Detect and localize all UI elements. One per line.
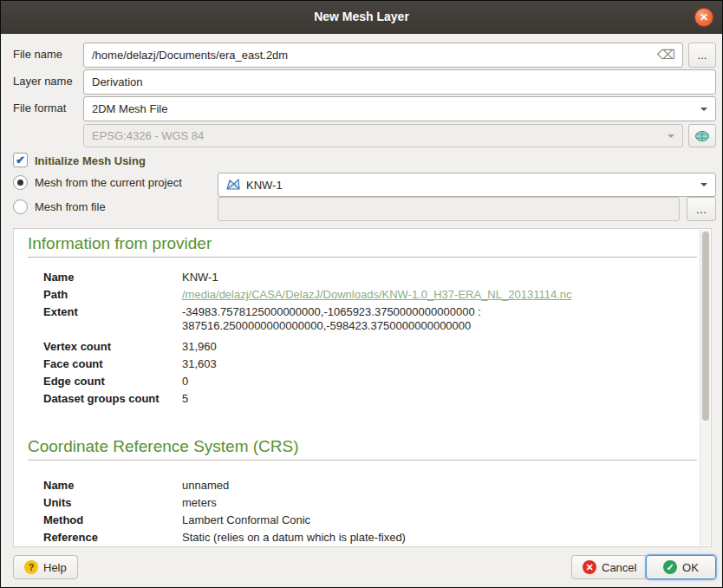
info-row-value: 31,603: [182, 357, 217, 370]
info-row-label: Face count: [43, 357, 103, 370]
help-button-label: Help: [43, 561, 67, 574]
file-name-browse-button[interactable]: ...: [688, 42, 716, 68]
mesh-from-file-label[interactable]: Mesh from file: [35, 200, 106, 213]
help-icon: ?: [24, 560, 38, 574]
info-row-value: 387516.2500000000000000,-598423.37500000…: [182, 319, 471, 332]
info-row-label: Units: [43, 496, 72, 509]
mesh-from-project-radio[interactable]: [13, 175, 28, 190]
info-row-label: Dataset groups count: [43, 392, 160, 405]
file-format-combobox[interactable]: 2DM Mesh File: [83, 96, 716, 121]
mesh-layer-combobox[interactable]: KNW-1: [218, 173, 716, 197]
cancel-icon: ✕: [583, 560, 596, 574]
info-row-value: Lambert Conformal Conic: [182, 513, 310, 526]
info-row-value: KNW-1: [182, 271, 218, 284]
layer-name-input[interactable]: Derivation: [83, 69, 716, 95]
mesh-layer-value: KNW-1: [246, 179, 283, 192]
cancel-button-label: Cancel: [602, 561, 636, 574]
info-row-value: 5: [182, 392, 188, 405]
initialize-mesh-checkbox[interactable]: ✔: [13, 153, 28, 167]
info-row-label: Extent: [43, 305, 78, 318]
mesh-file-input: [218, 197, 680, 221]
ok-button-label: OK: [682, 561, 699, 574]
provider-path-link[interactable]: /media/delazj/CASA/DelazJ/Downloads/KNW-…: [182, 288, 571, 301]
projection-globe-icon: [694, 130, 710, 142]
info-row-label: Name: [43, 479, 74, 492]
info-row-label: Method: [43, 513, 83, 526]
crs-combobox: EPSG:4326 - WGS 84: [83, 124, 683, 147]
info-row-value: 31,960: [182, 340, 217, 353]
ok-button[interactable]: ✓ OK: [646, 555, 716, 579]
file-name-input[interactable]: /home/delazj/Documents/era_east.2dm ⌫: [83, 42, 683, 68]
divider: [28, 460, 697, 461]
mesh-from-file-radio[interactable]: [13, 199, 28, 214]
new-mesh-layer-dialog: New Mesh Layer ✕ File name /home/delazj/…: [0, 0, 723, 588]
chevron-down-icon: [700, 108, 707, 114]
mesh-from-project-label[interactable]: Mesh from the current project: [35, 176, 182, 189]
clear-text-icon[interactable]: ⌫: [657, 47, 675, 62]
info-row-value: Static (relies on a datum which is plate…: [182, 531, 406, 544]
info-row-label: Path: [43, 288, 68, 301]
checkmark-icon: ✔: [16, 154, 25, 167]
file-format-value: 2DM Mesh File: [92, 102, 167, 115]
info-row-label: Reference: [43, 531, 98, 544]
chevron-down-icon: [700, 183, 707, 190]
layer-name-label: Layer name: [13, 75, 73, 88]
layer-name-value: Derivation: [92, 75, 143, 88]
scrollbar-thumb[interactable]: [702, 232, 709, 421]
file-name-value: /home/delazj/Documents/era_east.2dm: [92, 49, 288, 62]
titlebar[interactable]: New Mesh Layer ✕: [1, 1, 722, 34]
dialog-title: New Mesh Layer: [1, 1, 722, 33]
crs-select-button[interactable]: [688, 124, 716, 147]
info-row-value: unnamed: [182, 479, 229, 492]
file-format-label: File format: [13, 101, 66, 114]
cancel-button[interactable]: ✕ Cancel: [571, 555, 648, 579]
help-button[interactable]: ? Help: [13, 555, 78, 579]
provider-info-panel: Information from provider Name KNW-1 Pat…: [13, 228, 712, 547]
close-icon[interactable]: ✕: [694, 8, 713, 27]
radio-dot: [17, 180, 23, 186]
chevron-down-icon: [668, 134, 674, 141]
info-row-label: Vertex count: [43, 340, 111, 353]
info-row-label: Name: [43, 271, 74, 284]
vertical-scrollbar[interactable]: [700, 230, 710, 546]
info-row-value: 0: [182, 375, 188, 388]
info-row-value: -34983.7578125000000000,-1065923.3750000…: [182, 305, 481, 318]
info-row-label: Edge count: [43, 375, 105, 388]
crs-value: EPSG:4326 - WGS 84: [92, 129, 204, 142]
mesh-layer-icon: [226, 178, 240, 192]
file-name-label: File name: [13, 48, 62, 61]
initialize-mesh-label[interactable]: Initialize Mesh Using: [35, 154, 146, 167]
mesh-file-browse-button[interactable]: …: [687, 197, 716, 221]
crs-info-heading: Coordinate Reference System (CRS): [28, 437, 299, 456]
divider: [28, 257, 697, 258]
provider-info-heading: Information from provider: [28, 234, 212, 253]
info-row-value: meters: [182, 496, 217, 509]
ok-icon: ✓: [663, 560, 677, 574]
